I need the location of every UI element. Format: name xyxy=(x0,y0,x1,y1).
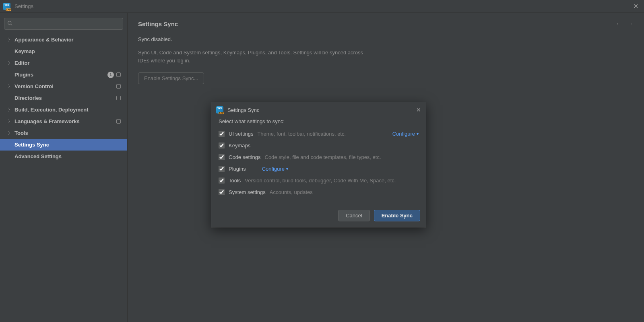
chevron-right-icon: 〉 xyxy=(8,84,14,89)
page-title: Settings Sync xyxy=(138,21,178,27)
chevron-right-icon: 〉 xyxy=(8,37,14,43)
sidebar-item-keymap[interactable]: Keymap xyxy=(4,45,123,57)
project-marker-icon xyxy=(116,96,121,100)
app-icon: WS xyxy=(216,106,223,114)
sync-option-tools: Tools Version control, build tools, debu… xyxy=(219,178,419,184)
project-marker-icon xyxy=(116,84,121,89)
option-label: Tools xyxy=(229,178,241,184)
nav-forward-icon[interactable]: → xyxy=(627,20,634,27)
option-label: UI settings xyxy=(229,131,253,137)
sidebar-item-directories[interactable]: Directories xyxy=(4,92,123,104)
chevron-down-icon: ▾ xyxy=(286,167,288,171)
option-label: System settings xyxy=(229,189,266,195)
sync-option-keymaps: Keymaps xyxy=(219,142,419,149)
nav-back-icon[interactable]: ← xyxy=(616,20,622,27)
dialog-close-icon[interactable]: ✕ xyxy=(416,107,421,113)
window-close-icon[interactable]: ✕ xyxy=(631,2,641,11)
title-bar: WS Settings ✕ xyxy=(0,0,644,13)
checkbox-keymaps[interactable] xyxy=(219,142,225,149)
sidebar-item-tools[interactable]: 〉 Tools xyxy=(4,127,123,139)
chevron-right-icon: 〉 xyxy=(8,60,14,66)
sidebar-item-languages-frameworks[interactable]: 〉 Languages & Frameworks xyxy=(4,116,123,127)
svg-point-0 xyxy=(8,21,11,25)
window-title: Settings xyxy=(14,3,33,9)
sidebar-item-appearance-behavior[interactable]: 〉 Appearance & Behavior xyxy=(4,34,123,45)
svg-line-1 xyxy=(11,24,12,25)
sidebar-item-advanced-settings[interactable]: Advanced Settings xyxy=(4,151,123,162)
sync-description: Sync UI, Code and System settings, Keyma… xyxy=(138,49,363,64)
sync-status: Sync disabled. xyxy=(138,36,634,42)
option-desc: Accounts, updates xyxy=(270,189,419,195)
chevron-right-icon: 〉 xyxy=(8,130,14,136)
sidebar-item-editor[interactable]: 〉 Editor xyxy=(4,57,123,69)
search-input[interactable] xyxy=(4,18,123,30)
option-label: Plugins xyxy=(229,166,246,172)
project-marker-icon xyxy=(116,119,121,124)
option-desc: Version control, build tools, debugger, … xyxy=(245,178,419,184)
option-desc: Code style, file and code templates, fil… xyxy=(265,154,419,160)
sync-option-ui-settings: UI settings Theme, font, toolbar, notifi… xyxy=(219,131,419,137)
chevron-right-icon: 〉 xyxy=(8,119,14,124)
app-icon: WS xyxy=(3,3,10,10)
configure-plugins-link[interactable]: Configure▾ xyxy=(262,166,288,172)
settings-sync-dialog: WS Settings Sync ✕ Select what settings … xyxy=(211,102,426,227)
sync-option-plugins: Plugins Configure▾ xyxy=(219,166,419,172)
sync-option-system-settings: System settings Accounts, updates xyxy=(219,189,419,195)
enable-settings-sync-button[interactable]: Enable Settings Sync... xyxy=(138,72,204,84)
sidebar-item-build-execution-deployment[interactable]: 〉 Build, Execution, Deployment xyxy=(4,104,123,116)
settings-sidebar: 〉 Appearance & Behavior Keymap 〉 Editor … xyxy=(0,13,128,322)
project-marker-icon xyxy=(116,72,121,77)
checkbox-plugins[interactable] xyxy=(219,166,225,172)
option-label: Code settings xyxy=(229,154,261,160)
option-desc: Theme, font, toolbar, notifications, etc… xyxy=(257,131,388,137)
checkbox-ui-settings[interactable] xyxy=(219,131,225,137)
sidebar-item-plugins[interactable]: Plugins 1 xyxy=(4,69,123,80)
sidebar-item-version-control[interactable]: 〉 Version Control xyxy=(4,80,123,92)
dialog-title: Settings Sync xyxy=(227,107,260,113)
cancel-button[interactable]: Cancel xyxy=(338,210,369,221)
enable-sync-button[interactable]: Enable Sync xyxy=(374,210,420,221)
sync-option-code-settings: Code settings Code style, file and code … xyxy=(219,154,419,160)
search-icon xyxy=(7,21,12,27)
configure-ui-settings-link[interactable]: Configure▾ xyxy=(392,131,419,137)
plugins-badge: 1 xyxy=(107,72,114,78)
chevron-down-icon: ▾ xyxy=(417,132,419,136)
checkbox-code-settings[interactable] xyxy=(219,154,225,160)
checkbox-tools[interactable] xyxy=(219,178,225,184)
checkbox-system-settings[interactable] xyxy=(219,189,225,195)
option-label: Keymaps xyxy=(229,142,250,149)
chevron-right-icon: 〉 xyxy=(8,107,14,113)
sidebar-item-settings-sync[interactable]: Settings Sync xyxy=(0,139,127,151)
dialog-prompt: Select what settings to sync: xyxy=(219,118,419,124)
